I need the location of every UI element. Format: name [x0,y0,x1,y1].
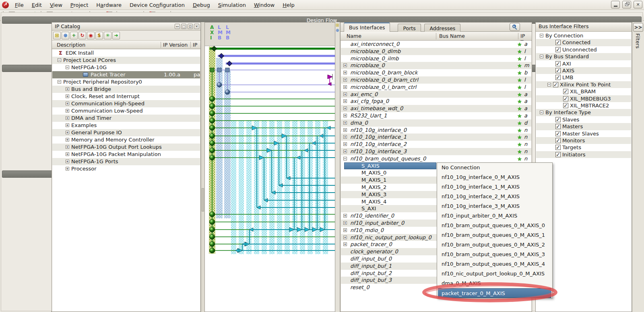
minimize-button[interactable] [611,1,620,8]
expand-panel-button[interactable]: >> [633,23,643,32]
filter-item-master-slaves[interactable]: ✓Master Slaves [536,130,631,137]
dropdown-item-no-connection[interactable]: No Connection [437,163,552,172]
tree-item-netfpga-1g-ports[interactable]: +NetFPGA-1G Ports [52,158,200,165]
filter-item-unconnected[interactable]: ✓Unconnected [536,46,631,53]
expander-icon[interactable]: + [343,78,347,82]
tree-item-rs232_uart_1[interactable]: +RS232_Uart_1★a [341,112,531,119]
tree-item-microblaze_0_dlmb[interactable]: microblaze_0_dlmb★l [341,48,531,55]
tree-item-project-peripheral-repository0[interactable]: −Project Peripheral Repository0 [52,78,200,86]
filter-item-axis[interactable]: ✓AXIS [536,67,631,74]
close-icon[interactable]: ✕ [194,24,199,29]
checkbox-icon[interactable]: ✓ [555,152,561,157]
filter-item-initiators[interactable]: ✓Initiators [536,151,631,158]
column-description[interactable]: Description [57,42,85,48]
resize-horizontal-icon[interactable]: ↔ [175,24,180,29]
expander-icon[interactable]: + [343,107,347,110]
filter-item-connected[interactable]: ✓Connected [536,39,631,46]
filter-item-by-connection[interactable]: −By Connection [536,32,631,39]
checkbox-icon[interactable]: ✓ [555,117,561,122]
add-ip-icon[interactable]: + [70,32,78,39]
dropdown-item-nf10-10g-interface-1-m-axis[interactable]: nf10_10g_interface_1_M_AXIS [437,182,552,192]
expander-icon[interactable]: + [66,87,69,91]
dropdown-item-nf10-bram-output-queues-0-m-axis-3[interactable]: nf10_bram_output_queues_0_M_AXIS_3 [437,250,552,259]
dropdown-item-nf10-10g-interface-3-m-axis[interactable]: nf10_10g_interface_3_M_AXIS [437,201,552,211]
tree-item-project-local-pcores[interactable]: −Project Local PCores [52,57,200,64]
filter-item-xil-bram[interactable]: ✓XIL_BRAM [536,88,631,95]
menu-debug[interactable]: Debug [189,1,214,9]
tree-item-microblaze_0[interactable]: +microblaze_0★m [341,62,531,69]
tree-item-microblaze_0_i_bram_ctrl[interactable]: +microblaze_0_i_bram_ctrl★l [341,84,531,91]
magnifier-plus-button[interactable]: + [510,23,520,31]
expander-icon[interactable]: + [66,138,69,142]
menu-help[interactable]: Help [279,1,299,9]
tree-item-communication-low-speed[interactable]: +Communication Low-Speed [52,107,200,115]
tree-item-edk-install[interactable]: ΣEDK Install [52,49,200,57]
dropdown-item-nf10-bram-output-queues-0-m-axis-0[interactable]: nf10_bram_output_queues_0_M_AXIS_0 [437,221,552,230]
filter-item-masters[interactable]: ✓Masters [536,123,631,130]
expander-icon[interactable]: + [66,102,69,105]
dropdown-item-packet-tracer-0-m-axis[interactable]: packet_tracer_0_M_AXIS [438,288,551,298]
tab-bus-interfaces[interactable]: Bus Interfaces [344,23,390,32]
filter-item-lmb[interactable]: ✓LMB [536,74,631,81]
tree-item-general-purpose-io[interactable]: +General Purpose IO [52,129,200,136]
tree-item-axi_interconnect_0[interactable]: axi_interconnect_0★a [341,41,531,48]
tree-item-nf10_10g_interface_2[interactable]: +nf10_10g_interface_2★n [341,141,531,148]
menu-view[interactable]: View [46,1,66,9]
expander-icon[interactable]: + [343,128,347,132]
menu-file[interactable]: File [11,1,28,9]
hierarchy-small-icon[interactable]: ⊞ [336,23,339,27]
dropdown-item-nf10-10g-interface-0-m-axis[interactable]: nf10_10g_interface_0_M_AXIS [437,172,552,182]
tree-item-dma_0[interactable]: +dma_0★d [341,119,531,127]
checkbox-icon[interactable]: ✓ [563,103,568,108]
expander-icon[interactable]: + [343,242,347,246]
checkbox-icon[interactable]: ✓ [555,47,561,52]
tree-item-nf10_10g_interface_3[interactable]: +nf10_10g_interface_3★n [341,148,531,155]
checkbox-icon[interactable]: ✓ [555,138,561,143]
filter-item-xil-mbdebug3[interactable]: ✓XIL_MBDEBUG3 [536,95,631,102]
expander-icon[interactable]: + [343,228,347,232]
checkbox-icon[interactable]: ✓ [563,89,568,94]
expander-icon[interactable]: + [343,221,347,225]
filter-item-monitors[interactable]: ✓Monitors [536,137,631,144]
expander-icon[interactable]: + [343,114,347,117]
dropdown-item-nf10-nic-output-port-lookup-0-m-axis[interactable]: nf10_nic_output_port_lookup_0_M_AXIS [437,269,552,279]
checkbox-icon[interactable]: ✓ [563,96,568,101]
tree-item-netfpga-10g-packet-manipulation[interactable]: +NetFPGA-10G Packet Manipulation [52,151,200,158]
import-ip-icon[interactable]: ➜ [112,32,120,39]
filter-item-by-bus-standard[interactable]: −By Bus Standard [536,53,631,60]
zoom-small-icon[interactable]: ⊕ [336,28,339,33]
tree-item-netfpga-10g[interactable]: −NetFPGA-10G [52,64,200,71]
tree-item-nf10_10g_interface_1[interactable]: +nf10_10g_interface_1★n [341,133,531,141]
dropdown-item-nf10-bram-output-queues-0-m-axis-1[interactable]: nf10_bram_output_queues_0_M_AXIS_1 [437,230,552,240]
restore-button[interactable] [622,1,631,8]
expander-icon[interactable]: − [343,157,347,160]
checkbox-icon[interactable]: ✓ [555,75,561,80]
expander-icon[interactable]: − [547,83,551,86]
tab-addresses[interactable]: Addresses [424,24,460,32]
expander-icon[interactable]: + [343,214,347,218]
column-name[interactable]: Name [347,33,361,39]
license-icon[interactable]: $ [95,32,103,39]
expander-icon[interactable]: + [66,152,69,156]
expander-icon[interactable]: + [66,167,69,170]
tree-item-axi_timebase_wdt_0[interactable]: +axi_timebase_wdt_0★a [341,105,531,112]
settings-icon[interactable]: ✳ [104,32,111,39]
tree-item-packet-tracer[interactable]: Packet Tracer1.00.apa [52,71,200,78]
zoom-in-icon[interactable]: ⊕ [62,32,69,39]
expander-icon[interactable]: + [66,94,69,98]
dropdown-item-nf10-input-arbiter-0-m-axis[interactable]: nf10_input_arbiter_0_M_AXIS [437,211,552,221]
expander-icon[interactable]: + [343,85,347,89]
expander-icon[interactable]: + [66,109,69,113]
column-ip[interactable]: IP [193,42,197,48]
maximize-icon[interactable]: □ [181,24,186,29]
close-button[interactable]: ✕ [634,1,642,8]
expander-icon[interactable]: − [66,66,69,69]
dropdown-item-dma-0-m-axis[interactable]: dma_0_M_AXIS [437,279,552,288]
tree-item-memory-and-memory-controller[interactable]: +Memory and Memory Controller [52,136,200,144]
tree-item-nf10_bram_output_queues_0[interactable]: −nf10_bram_output_queues_0★n [341,155,531,162]
expander-icon[interactable]: − [58,80,61,84]
expander-icon[interactable]: + [66,131,69,134]
menu-window[interactable]: Window [250,1,279,9]
filter-item-axi[interactable]: ✓AXI [536,60,631,67]
tree-item-bus-and-bridge[interactable]: +Bus and Bridge [52,86,200,93]
